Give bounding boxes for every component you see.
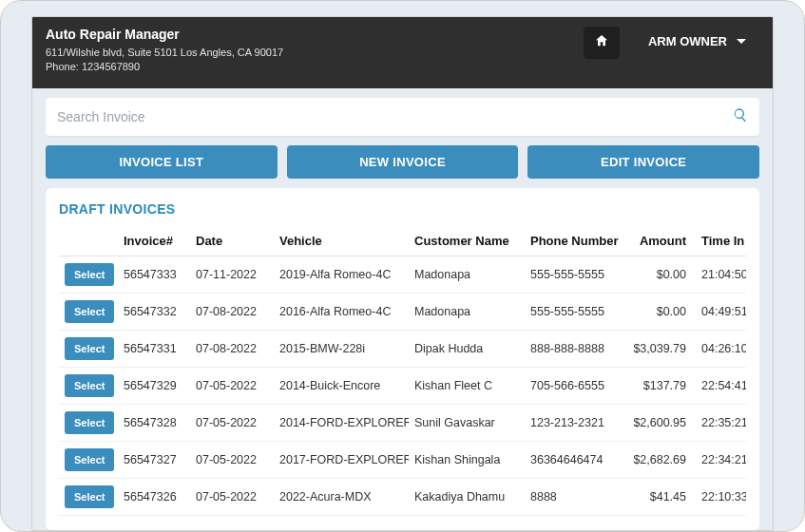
select-button[interactable]: Select	[65, 374, 114, 397]
cell-time-in: 04:49:51	[696, 293, 746, 330]
cell-customer: Dipak Hudda	[409, 330, 525, 367]
search-icon[interactable]	[733, 107, 748, 126]
cell-amount: $0.00	[627, 256, 696, 293]
col-date: Date	[190, 226, 274, 256]
cell-customer: Madonapa	[409, 256, 525, 293]
table-row: Select5654732707-05-20222017-FORD-EXPLOR…	[59, 441, 746, 478]
invoice-table: Invoice# Date Vehicle Customer Name Phon…	[59, 226, 746, 516]
cell-vehicle: 2014-FORD-EXPLORER	[274, 404, 409, 441]
col-customer: Customer Name	[409, 226, 525, 256]
table-row: Select5654732607-05-20222022-Acura-MDXKa…	[59, 478, 746, 515]
chevron-down-icon	[737, 39, 746, 44]
cell-phone: 705-566-6555	[525, 367, 627, 404]
cell-time-in: 22:54:41	[696, 367, 746, 404]
app-address: 611/Wilshie blvd, Suite 5101 Los Angles,…	[46, 46, 572, 60]
invoice-table-wrap: Invoice# Date Vehicle Customer Name Phon…	[59, 226, 746, 530]
cell-customer: Kishan Shingala	[409, 441, 525, 478]
user-menu-label: ARM OWNER	[648, 34, 727, 48]
cell-phone: 123-213-2321	[525, 404, 627, 441]
col-vehicle: Vehicle	[274, 226, 409, 256]
cell-phone: 36364646474	[525, 441, 627, 478]
table-row: Select5654733307-11-20222019-Alfa Romeo-…	[59, 256, 746, 293]
select-button[interactable]: Select	[65, 300, 114, 323]
cell-phone: 8888	[525, 478, 627, 515]
cell-vehicle: 2022-Acura-MDX	[274, 478, 409, 515]
cell-date: 07-08-2022	[190, 330, 274, 367]
top-bar: Auto Repair Manager 611/Wilshie blvd, Su…	[32, 17, 773, 88]
tab-new-invoice[interactable]: NEW INVOICE	[287, 145, 519, 179]
card-title: DRAFT INVOICES	[59, 201, 746, 217]
cell-time-in: 22:34:21	[696, 441, 746, 478]
draft-invoices-card: DRAFT INVOICES Invoice# Date Ve	[46, 188, 759, 530]
cell-date: 07-05-2022	[190, 404, 274, 441]
cell-vehicle: 2015-BMW-228i	[274, 330, 409, 367]
cell-amount: $137.79	[627, 367, 696, 404]
cell-customer: Madonapa	[409, 293, 525, 330]
cell-invoice: 56547327	[118, 441, 190, 478]
select-button[interactable]: Select	[65, 485, 114, 508]
cell-date: 07-05-2022	[190, 441, 274, 478]
cell-customer: Kakadiya Dhamu	[409, 478, 525, 515]
user-menu[interactable]: ARM OWNER	[631, 27, 759, 56]
cell-vehicle: 2016-Alfa Romeo-4C	[274, 293, 409, 330]
col-time-in: Time In	[696, 226, 746, 256]
search-input[interactable]	[57, 109, 733, 124]
cell-invoice: 56547332	[118, 293, 190, 330]
table-row: Select5654732807-05-20222014-FORD-EXPLOR…	[59, 404, 746, 441]
select-button[interactable]: Select	[65, 337, 114, 360]
cell-vehicle: 2019-Alfa Romeo-4C	[274, 256, 409, 293]
cell-vehicle: 2017-FORD-EXPLORER	[274, 441, 409, 478]
cell-customer: Kishan Fleet C	[409, 367, 525, 404]
select-button[interactable]: Select	[65, 448, 114, 471]
table-row: Select5654733107-08-20222015-BMW-228iDip…	[59, 330, 746, 367]
col-amount: Amount	[627, 226, 696, 256]
cell-invoice: 56547328	[118, 404, 190, 441]
app-title: Auto Repair Manager	[46, 27, 572, 42]
cell-time-in: 22:10:33	[696, 478, 746, 515]
tab-invoice-list[interactable]: INVOICE LIST	[46, 145, 278, 179]
col-phone: Phone Number	[525, 226, 627, 256]
cell-date: 07-05-2022	[190, 478, 274, 515]
cell-amount: $2,682.69	[627, 441, 696, 478]
select-button[interactable]: Select	[65, 263, 114, 286]
cell-time-in: 04:26:10	[696, 330, 746, 367]
select-button[interactable]: Select	[65, 411, 114, 434]
app-phone: Phone: 1234567890	[46, 60, 572, 74]
cell-invoice: 56547333	[118, 256, 190, 293]
cell-amount: $0.00	[627, 293, 696, 330]
cell-invoice: 56547331	[118, 330, 190, 367]
cell-customer: Sunil Gavaskar	[409, 404, 525, 441]
home-button[interactable]	[584, 27, 620, 59]
tab-edit-invoice[interactable]: EDIT INVOICE	[527, 145, 759, 179]
cell-date: 07-08-2022	[190, 293, 274, 330]
cell-date: 07-11-2022	[190, 256, 274, 293]
cell-phone: 888-888-8888	[525, 330, 627, 367]
cell-time-in: 22:35:21	[696, 404, 746, 441]
table-row: Select5654733207-08-20222016-Alfa Romeo-…	[59, 293, 746, 330]
tab-row: INVOICE LIST NEW INVOICE EDIT INVOICE	[46, 145, 759, 179]
cell-amount: $41.45	[627, 478, 696, 515]
cell-amount: $2,600.95	[627, 404, 696, 441]
col-select	[59, 226, 118, 256]
search-bar	[46, 98, 759, 136]
cell-date: 07-05-2022	[190, 367, 274, 404]
cell-amount: $3,039.79	[627, 330, 696, 367]
col-invoice: Invoice#	[118, 226, 190, 256]
cell-time-in: 21:04:50	[696, 256, 746, 293]
cell-phone: 555-555-5555	[525, 293, 627, 330]
cell-invoice: 56547329	[118, 367, 190, 404]
home-icon	[594, 33, 609, 52]
table-row: Select5654732907-05-20222014-Buick-Encor…	[59, 367, 746, 404]
cell-invoice: 56547326	[118, 478, 190, 515]
cell-vehicle: 2014-Buick-Encore	[274, 367, 409, 404]
cell-phone: 555-555-5555	[525, 256, 627, 293]
brand-block: Auto Repair Manager 611/Wilshie blvd, Su…	[46, 27, 572, 75]
